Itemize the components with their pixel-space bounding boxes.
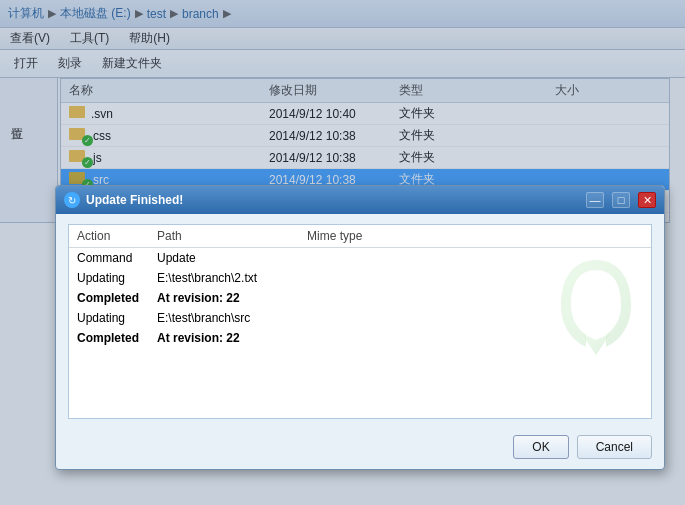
log-action-completed-2: Completed bbox=[77, 331, 157, 345]
log-action-command: Command bbox=[77, 251, 157, 265]
dialog-content: Action Path Mime type Command Update Upd… bbox=[68, 224, 652, 419]
log-col-mime-header: Mime type bbox=[307, 229, 427, 243]
log-path-2txt: E:\test\branch\2.txt bbox=[157, 271, 307, 285]
dialog-title-icon: ↻ bbox=[64, 192, 80, 208]
log-table-header: Action Path Mime type bbox=[69, 225, 651, 248]
log-path-revision-1: At revision: 22 bbox=[157, 291, 307, 305]
dialog-cancel-button[interactable]: Cancel bbox=[577, 435, 652, 459]
log-action-completed-1: Completed bbox=[77, 291, 157, 305]
dialog-maximize-button[interactable]: □ bbox=[612, 192, 630, 208]
log-path-revision-2: At revision: 22 bbox=[157, 331, 307, 345]
dialog-titlebar: ↻ Update Finished! — □ ✕ bbox=[56, 186, 664, 214]
dialog-ok-button[interactable]: OK bbox=[513, 435, 568, 459]
log-col-path-header: Path bbox=[157, 229, 307, 243]
log-path-src: E:\test\branch\src bbox=[157, 311, 307, 325]
log-action-updating-2: Updating bbox=[77, 311, 157, 325]
log-path-update: Update bbox=[157, 251, 307, 265]
decorative-arrow-icon bbox=[556, 255, 636, 355]
dialog-footer: OK Cancel bbox=[513, 435, 652, 459]
dialog-close-button[interactable]: ✕ bbox=[638, 192, 656, 208]
dialog-minimize-button[interactable]: — bbox=[586, 192, 604, 208]
log-action-updating-1: Updating bbox=[77, 271, 157, 285]
dialog-title: Update Finished! bbox=[86, 193, 578, 207]
log-col-action-header: Action bbox=[77, 229, 157, 243]
update-finished-dialog: ↻ Update Finished! — □ ✕ Action Path Mim… bbox=[55, 185, 665, 470]
